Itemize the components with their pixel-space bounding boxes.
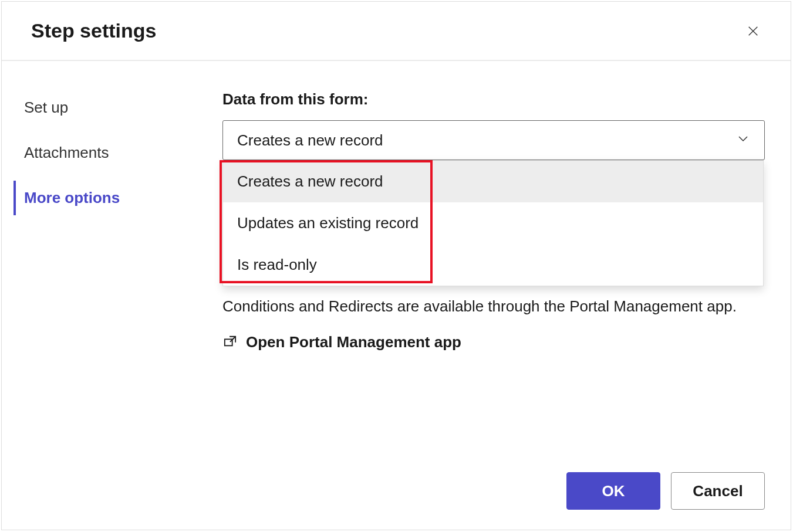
cancel-button[interactable]: Cancel <box>671 472 765 510</box>
form-field-label: Data from this form: <box>222 90 765 109</box>
option-is-read-only[interactable]: Is read-only <box>223 244 763 286</box>
open-portal-management-link[interactable]: Open Portal Management app <box>222 333 765 351</box>
ok-button[interactable]: OK <box>566 472 660 510</box>
dialog-footer: OK Cancel <box>566 472 765 510</box>
link-label: Open Portal Management app <box>246 333 461 351</box>
option-label: Is read-only <box>237 256 317 273</box>
option-label: Creates a new record <box>237 172 383 190</box>
option-label: Updates an existing record <box>237 214 419 232</box>
sidebar-item-setup[interactable]: Set up <box>14 90 201 125</box>
button-label: OK <box>602 482 625 500</box>
dialog-title: Step settings <box>31 19 156 42</box>
description-text: Conditions and Redirects are available t… <box>222 295 765 318</box>
option-updates-existing-record[interactable]: Updates an existing record <box>223 202 763 244</box>
option-creates-new-record[interactable]: Creates a new record <box>223 161 763 202</box>
sidebar-item-label: Attachments <box>24 144 109 161</box>
external-link-icon <box>222 335 238 350</box>
dialog-header: Step settings <box>2 2 791 61</box>
close-button[interactable] <box>745 23 761 39</box>
data-from-form-select[interactable]: Creates a new record <box>222 120 765 160</box>
main-content: Data from this form: Creates a new recor… <box>201 61 791 530</box>
sidebar: Set up Attachments More options <box>2 61 201 530</box>
step-settings-dialog: Step settings Set up Attachments More op… <box>1 1 791 530</box>
chevron-down-icon <box>736 131 750 150</box>
sidebar-item-label: Set up <box>24 99 68 116</box>
sidebar-item-label: More options <box>24 189 120 206</box>
close-icon <box>747 25 760 38</box>
select-dropdown: Creates a new record Updates an existing… <box>222 160 764 286</box>
data-from-form-select-wrapper: Creates a new record Creates a new recor… <box>222 120 765 160</box>
sidebar-item-attachments[interactable]: Attachments <box>14 135 201 170</box>
dialog-body: Set up Attachments More options Data fro… <box>2 61 791 530</box>
sidebar-item-more-options[interactable]: More options <box>14 181 201 215</box>
button-label: Cancel <box>693 482 743 500</box>
select-value: Creates a new record <box>237 131 383 150</box>
